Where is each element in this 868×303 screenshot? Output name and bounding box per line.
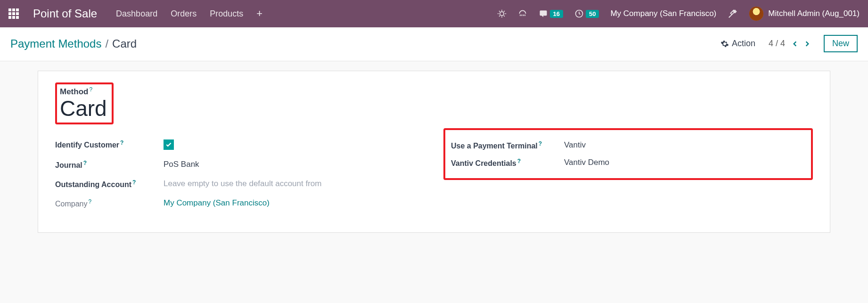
method-value[interactable]: Card	[60, 97, 107, 121]
identify-customer-label: Identify Customer?	[55, 139, 154, 149]
journal-value[interactable]: PoS Bank	[164, 160, 199, 169]
help-icon[interactable]: ?	[539, 140, 542, 147]
control-right: Action 4 / 4 New	[721, 35, 858, 52]
breadcrumb: Payment Methods / Card	[10, 37, 137, 50]
gear-icon	[721, 40, 729, 48]
identify-customer-value[interactable]	[164, 139, 174, 150]
chevron-left-icon	[792, 40, 798, 48]
journal-label: Journal?	[55, 160, 154, 170]
right-column: Use a Payment Terminal? Vantiv Vantiv Cr…	[443, 135, 813, 213]
field-payment-terminal: Use a Payment Terminal? Vantiv	[451, 137, 803, 154]
menu-orders[interactable]: Orders	[171, 9, 197, 19]
control-bar: Payment Methods / Card Action 4 / 4 New	[0, 27, 868, 61]
field-journal: Journal? PoS Bank	[55, 155, 425, 174]
method-label-row: Method?	[60, 86, 107, 97]
vantiv-credentials-value[interactable]: Vantiv Demo	[564, 158, 609, 167]
sheet-wrap: Method? Card Identify Customer?	[0, 61, 868, 242]
navbar-left: Point of Sale Dashboard Orders Products …	[8, 7, 262, 20]
pager: 4 / 4	[769, 39, 811, 49]
outstanding-account-value[interactable]: Leave empty to use the default account f…	[164, 179, 321, 188]
messages-badge: 16	[550, 10, 563, 18]
help-icon[interactable]: ?	[89, 86, 92, 93]
main-navbar: Point of Sale Dashboard Orders Products …	[0, 0, 868, 27]
payment-terminal-label: Use a Payment Terminal?	[451, 140, 555, 150]
form-sheet: Method? Card Identify Customer?	[38, 71, 830, 233]
help-icon[interactable]: ?	[83, 160, 87, 166]
menu-products[interactable]: Products	[210, 9, 243, 19]
company-label: Company?	[55, 198, 154, 208]
activities-badge: 50	[586, 10, 599, 18]
app-title[interactable]: Point of Sale	[33, 7, 97, 20]
field-vantiv-credentials: Vantiv Credentials? Vantiv Demo	[451, 154, 803, 172]
activities-icon[interactable]: 50	[574, 9, 599, 18]
user-name: Mitchell Admin (Aug_001)	[768, 9, 860, 18]
terminal-highlight-box: Use a Payment Terminal? Vantiv Vantiv Cr…	[443, 128, 813, 180]
tools-icon[interactable]	[728, 8, 738, 19]
company-value[interactable]: My Company (San Francisco)	[164, 198, 270, 208]
action-label: Action	[732, 39, 755, 49]
vantiv-credentials-label: Vantiv Credentials?	[451, 158, 555, 168]
pager-next[interactable]	[804, 40, 811, 48]
payment-terminal-value[interactable]: Vantiv	[564, 140, 586, 150]
breadcrumb-sep: /	[105, 37, 108, 50]
help-icon[interactable]: ?	[132, 179, 136, 186]
field-outstanding-account: Outstanding Account? Leave empty to use …	[55, 174, 425, 194]
support-icon[interactable]	[518, 9, 527, 18]
menu-dashboard[interactable]: Dashboard	[116, 9, 157, 19]
plus-icon[interactable]: +	[256, 8, 262, 20]
top-menu: Dashboard Orders Products +	[116, 8, 262, 20]
pager-count[interactable]: 4 / 4	[769, 39, 785, 49]
help-icon[interactable]: ?	[120, 139, 123, 146]
new-button[interactable]: New	[824, 35, 858, 52]
bug-icon[interactable]	[497, 9, 507, 18]
svg-point-0	[500, 12, 503, 16]
method-label: Method	[60, 87, 88, 96]
field-company: Company? My Company (San Francisco)	[55, 194, 425, 213]
pager-prev[interactable]	[792, 40, 798, 48]
chevron-right-icon	[804, 40, 811, 48]
action-button[interactable]: Action	[721, 39, 755, 49]
help-icon[interactable]: ?	[88, 198, 91, 205]
left-column: Identify Customer? Journal? PoS Bank	[55, 135, 425, 213]
user-menu[interactable]: Mitchell Admin (Aug_001)	[749, 7, 860, 21]
apps-icon[interactable]	[8, 8, 19, 19]
pager-arrows	[792, 40, 811, 48]
breadcrumb-parent[interactable]: Payment Methods	[10, 37, 101, 50]
breadcrumb-current: Card	[112, 37, 137, 50]
help-icon[interactable]: ?	[517, 158, 521, 164]
messaging-icon[interactable]: 16	[539, 9, 563, 18]
field-identify-customer: Identify Customer?	[55, 135, 425, 155]
method-highlight-box: Method? Card	[55, 82, 114, 124]
outstanding-account-label: Outstanding Account?	[55, 179, 154, 189]
form-columns: Identify Customer? Journal? PoS Bank	[55, 135, 813, 213]
checkbox-checked-icon	[164, 139, 174, 150]
navbar-right: 16 50 My Company (San Francisco) Mitchel…	[497, 7, 860, 21]
avatar	[749, 7, 763, 21]
company-switcher[interactable]: My Company (San Francisco)	[610, 9, 716, 18]
